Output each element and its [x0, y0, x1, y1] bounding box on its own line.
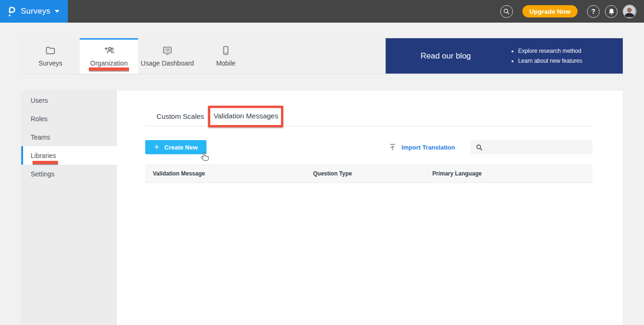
sidebar-item-roles[interactable]: Roles	[21, 109, 117, 128]
nav-tab-label: Mobile	[216, 59, 235, 67]
tab-validation-messages[interactable]: Validation Messages	[210, 108, 282, 127]
add-people-icon	[103, 45, 115, 56]
organization-panel: Users Roles Teams Libraries Settings Cus…	[21, 91, 623, 325]
annotation-underline	[89, 67, 129, 71]
blog-bullet: Explore research method	[518, 48, 582, 54]
column-header-question-type: Question Type	[305, 170, 425, 177]
libraries-content: Custom Scales Validation Messages + Crea…	[117, 91, 623, 325]
nav-tab-label: Usage Dashboard	[141, 59, 194, 67]
annotation-underline	[33, 161, 58, 164]
folder-icon	[45, 45, 56, 56]
create-new-button[interactable]: + Create New	[145, 140, 206, 154]
nav-tab-label: Surveys	[39, 59, 63, 67]
validation-table-header: Validation Message Question Type Primary…	[145, 164, 593, 183]
tab-label: Validation Messages	[214, 112, 278, 120]
toolbar-right-group: Import Translation	[389, 140, 593, 154]
sidebar-item-teams[interactable]: Teams	[21, 128, 117, 146]
product-switcher[interactable]: Surveys	[0, 0, 68, 23]
sidebar-item-label: Settings	[31, 170, 55, 178]
product-name: Surveys	[21, 7, 50, 16]
organization-sidebar: Users Roles Teams Libraries Settings	[21, 91, 117, 325]
dashboard-icon	[162, 45, 173, 56]
questionpro-logo-icon	[7, 5, 17, 17]
nav-tab-organization[interactable]: Organization	[80, 38, 138, 74]
search-icon	[503, 8, 510, 15]
sidebar-item-label: Libraries	[31, 152, 56, 159]
validation-toolbar: + Create New	[145, 140, 593, 154]
import-translation-label: Import Translation	[402, 144, 455, 151]
column-header-primary-language: Primary Language	[425, 170, 593, 177]
workspace-nav: Surveys Organization Usage	[21, 38, 623, 74]
question-mark-icon: ?	[591, 8, 595, 15]
topbar-actions: Upgrade Now ?	[500, 5, 644, 18]
import-translation-link[interactable]: Import Translation	[389, 143, 455, 151]
tab-label: Custom Scales	[157, 112, 204, 120]
bell-icon	[608, 8, 615, 15]
search-input[interactable]	[487, 140, 593, 154]
upgrade-now-button[interactable]: Upgrade Now	[522, 5, 578, 17]
notifications-button[interactable]	[605, 5, 618, 18]
help-button[interactable]: ?	[587, 5, 600, 18]
sidebar-item-label: Roles	[31, 115, 48, 123]
sidebar-item-label: Teams	[31, 133, 50, 141]
blog-promo-panel[interactable]: Read our blog Explore research method Le…	[386, 38, 623, 74]
nav-tab-usage-dashboard[interactable]: Usage Dashboard	[138, 38, 197, 74]
plus-icon: +	[154, 143, 159, 151]
sidebar-item-settings[interactable]: Settings	[21, 165, 117, 183]
nav-tab-label: Organization	[90, 59, 127, 67]
blog-panel-title: Read our blog	[421, 51, 471, 61]
tab-custom-scales[interactable]: Custom Scales	[153, 108, 208, 126]
nav-tab-surveys[interactable]: Surveys	[21, 38, 80, 74]
sidebar-item-users[interactable]: Users	[21, 91, 117, 109]
chevron-down-icon	[55, 10, 59, 13]
search-button[interactable]	[500, 5, 513, 18]
import-upload-icon	[389, 143, 396, 151]
mobile-icon	[220, 45, 231, 56]
create-new-label: Create New	[165, 144, 198, 151]
user-avatar[interactable]	[623, 5, 636, 18]
hand-cursor-icon	[200, 152, 209, 162]
search-icon	[476, 144, 483, 151]
sidebar-item-libraries[interactable]: Libraries	[21, 146, 117, 165]
sidebar-item-label: Users	[31, 97, 48, 104]
column-header-validation-message: Validation Message	[145, 170, 305, 177]
blog-bullet-list: Explore research method Learn about new …	[512, 48, 582, 64]
blog-bullet: Learn about new features	[518, 58, 582, 64]
table-search-box[interactable]	[471, 140, 593, 154]
topbar: Surveys Upgrade Now ?	[0, 0, 644, 23]
nav-tab-mobile[interactable]: Mobile	[197, 38, 255, 74]
library-tabs: Custom Scales Validation Messages	[145, 108, 593, 126]
